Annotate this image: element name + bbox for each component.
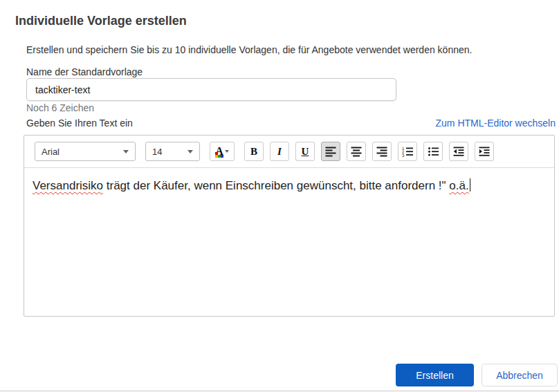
dialog-description: Erstellen und speichern Sie bis zu 10 in… bbox=[26, 44, 472, 55]
misspelled-word: o.ä. bbox=[449, 179, 468, 192]
underline-button[interactable]: U bbox=[295, 142, 315, 161]
font-size-value: 14 bbox=[152, 147, 162, 157]
misspelled-word: Versandrisiko bbox=[33, 179, 103, 192]
page-title: Individuelle Vorlage erstellen bbox=[15, 14, 187, 28]
align-left-button[interactable] bbox=[321, 142, 340, 161]
unordered-list-icon bbox=[428, 146, 439, 157]
bold-icon: B bbox=[250, 146, 257, 158]
italic-button[interactable]: I bbox=[270, 142, 289, 161]
create-button[interactable]: Erstellen bbox=[396, 364, 474, 386]
chevron-down-icon bbox=[225, 150, 229, 153]
outdent-icon bbox=[453, 146, 464, 157]
switch-to-html-editor-link[interactable]: Zum HTML-Editor wechseln bbox=[436, 118, 556, 129]
align-left-icon bbox=[325, 146, 336, 157]
align-center-button[interactable] bbox=[347, 142, 366, 161]
font-color-button[interactable]: A bbox=[210, 142, 235, 161]
editor-text: trägt der Käufer, wenn Einschreiben gewü… bbox=[103, 179, 449, 192]
font-family-select[interactable]: Arial bbox=[35, 142, 136, 161]
unordered-list-button[interactable] bbox=[423, 142, 443, 161]
indent-button[interactable] bbox=[475, 142, 494, 161]
editor-text-label: Geben Sie Ihren Text ein bbox=[26, 118, 133, 129]
ordered-list-icon: 1 2 3 bbox=[402, 146, 413, 157]
rich-text-editor: Arial 14 A B I U bbox=[24, 135, 555, 317]
editor-text-area[interactable]: Versandrisiko trägt der Käufer, wenn Ein… bbox=[24, 168, 554, 316]
template-name-input[interactable] bbox=[26, 78, 396, 101]
template-name-label: Name der Standardvorlage bbox=[26, 66, 143, 77]
align-right-icon bbox=[376, 146, 387, 157]
text-cursor bbox=[470, 178, 471, 192]
editor-toolbar: Arial 14 A B I U bbox=[24, 136, 554, 168]
remaining-chars-hint: Noch 6 Zeichen bbox=[26, 102, 94, 113]
align-right-button[interactable] bbox=[372, 142, 392, 161]
color-swatches-icon bbox=[215, 153, 223, 158]
italic-icon: I bbox=[277, 146, 282, 158]
align-center-icon bbox=[351, 146, 362, 157]
create-template-dialog: Individuelle Vorlage erstellen Erstellen… bbox=[0, 0, 559, 392]
font-family-value: Arial bbox=[42, 147, 59, 157]
indent-icon bbox=[479, 146, 490, 157]
chevron-down-icon bbox=[123, 150, 129, 153]
outdent-button[interactable] bbox=[449, 142, 468, 161]
font-size-select[interactable]: 14 bbox=[145, 142, 200, 161]
cancel-button[interactable]: Abbrechen bbox=[482, 364, 558, 386]
bold-button[interactable]: B bbox=[244, 142, 264, 161]
bottom-divider bbox=[0, 391, 559, 391]
svg-text:3: 3 bbox=[402, 153, 405, 158]
chevron-down-icon bbox=[187, 150, 193, 153]
ordered-list-button[interactable]: 1 2 3 bbox=[398, 142, 417, 161]
underline-icon: U bbox=[302, 146, 309, 158]
